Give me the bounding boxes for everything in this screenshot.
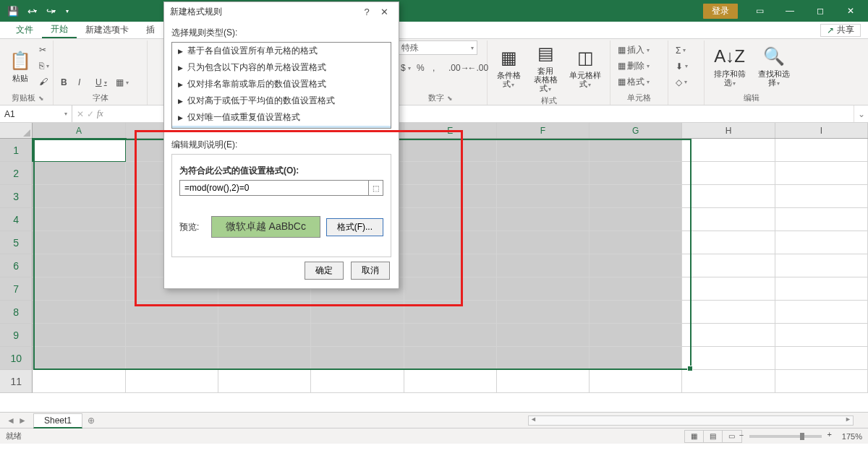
cell[interactable] [33, 347, 125, 370]
autosum-button[interactable]: Σ▾ [673, 43, 691, 58]
cell[interactable] [682, 324, 775, 347]
close-icon[interactable]: ✕ [836, 1, 865, 21]
row-header[interactable]: 1 [0, 139, 33, 162]
maximize-icon[interactable]: ◻ [806, 1, 835, 21]
cell[interactable] [404, 301, 497, 324]
cell[interactable] [590, 324, 682, 347]
sheet-nav-prev-icon[interactable]: ◄ [7, 415, 15, 426]
redo-icon[interactable]: ↪▾ [42, 2, 59, 20]
sheet-nav-next-icon[interactable]: ► [18, 415, 27, 426]
cell[interactable] [33, 324, 125, 347]
rule-type-item[interactable]: ▶基于各自值设置所有单元格的格式 [172, 43, 391, 59]
cancel-formula-icon[interactable]: ✕ [77, 109, 84, 119]
expand-formula-bar-icon[interactable]: ⌄ [854, 105, 868, 122]
row-header[interactable]: 2 [0, 162, 33, 185]
sheet-tab[interactable]: Sheet1 [33, 413, 82, 428]
column-header[interactable]: H [682, 123, 775, 138]
cell[interactable] [590, 208, 682, 231]
clear-button[interactable]: ◇▾ [673, 75, 691, 90]
cell[interactable] [497, 139, 590, 162]
percent-icon[interactable]: % [414, 61, 428, 75]
cell[interactable] [682, 208, 775, 231]
cell[interactable] [311, 301, 404, 324]
cell[interactable] [497, 185, 590, 208]
delete-cells-button[interactable]: ▦ 删除▾ [615, 59, 652, 73]
cell[interactable] [775, 231, 868, 254]
cell[interactable] [404, 254, 497, 277]
increase-decimal-icon[interactable]: .00→ [446, 61, 464, 75]
cell[interactable] [775, 277, 868, 301]
cell[interactable] [775, 185, 868, 208]
row-header[interactable]: 7 [0, 277, 33, 301]
zoom-level[interactable]: 175% [842, 432, 862, 441]
cell[interactable] [682, 277, 775, 301]
minimize-icon[interactable]: — [775, 1, 804, 21]
cell[interactable] [33, 370, 125, 393]
column-header[interactable]: A [33, 123, 125, 138]
rule-type-list[interactable]: ▶基于各自值设置所有单元格的格式 ▶只为包含以下内容的单元格设置格式 ▶仅对排名… [171, 42, 391, 129]
underline-button[interactable]: U▾ [93, 75, 110, 90]
cell[interactable] [682, 370, 775, 393]
cell[interactable] [311, 324, 404, 347]
cell[interactable] [33, 277, 125, 301]
cell[interactable] [497, 254, 590, 277]
cell[interactable] [497, 208, 590, 231]
number-format-dropdown[interactable]: 特殊▾ [398, 40, 477, 55]
tab-home[interactable]: 开始 [42, 22, 77, 38]
cut-icon[interactable]: ✂ [36, 43, 52, 57]
cell[interactable] [590, 185, 682, 208]
fill-button[interactable]: ⬇▾ [673, 59, 691, 74]
cell[interactable] [404, 324, 497, 347]
cell[interactable] [404, 162, 497, 185]
cell[interactable] [590, 277, 682, 301]
cell[interactable] [682, 162, 775, 185]
row-header[interactable]: 11 [0, 370, 33, 393]
cell[interactable] [404, 231, 497, 254]
cell[interactable] [33, 185, 125, 208]
cancel-button[interactable]: 取消 [351, 262, 390, 280]
cell[interactable] [682, 139, 775, 162]
save-icon[interactable]: 💾 [4, 2, 22, 20]
cell[interactable] [404, 185, 497, 208]
cell[interactable] [218, 324, 311, 347]
number-corner-icon[interactable]: ⬊ [447, 95, 453, 102]
dialog-close-icon[interactable]: ✕ [375, 7, 393, 17]
row-header[interactable]: 8 [0, 301, 33, 324]
column-header[interactable]: G [590, 123, 682, 138]
italic-button[interactable]: I [75, 75, 90, 90]
format-cells-button[interactable]: ▦ 格式▾ [615, 74, 652, 89]
cell[interactable] [590, 370, 682, 393]
ok-button[interactable]: 确定 [305, 262, 344, 280]
cell[interactable] [775, 162, 868, 185]
cell[interactable] [404, 370, 497, 393]
cell[interactable] [126, 324, 218, 347]
tab-insert[interactable]: 插 [137, 22, 163, 38]
cell[interactable] [218, 347, 311, 370]
cell[interactable] [775, 208, 868, 231]
cell[interactable] [682, 185, 775, 208]
enter-formula-icon[interactable]: ✓ [87, 109, 94, 119]
cell[interactable] [311, 370, 404, 393]
zoom-slider[interactable] [749, 435, 822, 438]
conditional-formatting-button[interactable]: ▦条件格式▾ [492, 45, 526, 90]
undo-icon[interactable]: ↩▾ [23, 2, 41, 20]
row-header[interactable]: 9 [0, 324, 33, 347]
cell[interactable] [33, 139, 125, 162]
column-header[interactable]: I [775, 123, 868, 138]
cell[interactable] [404, 139, 497, 162]
select-all-button[interactable] [0, 123, 33, 139]
cell[interactable] [590, 162, 682, 185]
cell[interactable] [33, 254, 125, 277]
tab-file[interactable]: 文件 [7, 22, 42, 38]
cell[interactable] [497, 231, 590, 254]
format-button[interactable]: 格式(F)... [326, 218, 383, 236]
cell[interactable] [775, 139, 868, 162]
cell[interactable] [33, 231, 125, 254]
row-header[interactable]: 6 [0, 254, 33, 277]
add-sheet-button[interactable]: ⊕ [82, 415, 100, 426]
cell[interactable] [775, 324, 868, 347]
bold-button[interactable]: B [58, 75, 72, 90]
horizontal-scrollbar[interactable] [528, 415, 854, 426]
cell[interactable] [497, 277, 590, 301]
cell[interactable] [682, 301, 775, 324]
